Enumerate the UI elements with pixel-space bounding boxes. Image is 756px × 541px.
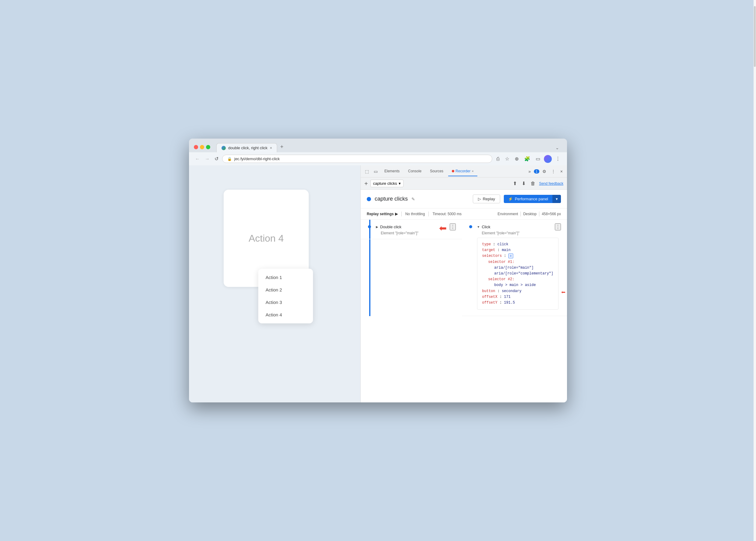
code-type-key: type	[482, 242, 491, 247]
chrome-menu-button[interactable]: ⋮	[554, 155, 562, 163]
browser-window: double click, right click × + ⌄ ← → ↺ 🔒 …	[189, 139, 567, 402]
menu-item-1[interactable]: Action 1	[258, 271, 313, 283]
action2-more-button[interactable]: ⋮	[555, 224, 561, 231]
code-target-line: target : main	[482, 248, 553, 253]
code-block: type : click target : main	[477, 238, 559, 310]
tab-recorder[interactable]: Recorder ×	[448, 167, 477, 176]
perf-panel-icon: ⚡	[508, 197, 513, 201]
webpage-preview: Action 4 Action 1 Action 2 Action 3 Acti…	[189, 165, 360, 402]
action2-title: Click	[482, 225, 490, 229]
tab-console[interactable]: Console	[404, 167, 425, 176]
sidebar-toggle[interactable]: ▭	[534, 155, 542, 163]
profile-avatar[interactable]	[544, 155, 552, 163]
close-traffic-light[interactable]	[194, 145, 198, 149]
timeline-container: ▶ Double click ⋮ Element "[role="main"]"…	[361, 220, 567, 316]
extension-button[interactable]: ⊕	[513, 155, 521, 163]
performance-panel-dropdown[interactable]: ▾	[553, 195, 561, 203]
code-button-line: button : secondary ⬅	[482, 288, 553, 294]
menu-item-2[interactable]: Action 2	[258, 283, 313, 296]
replay-settings-left: Replay settings ▶ No throttling Timeout:…	[367, 212, 498, 217]
devtools-more-button[interactable]: ⋮	[550, 168, 557, 175]
code-selector2-label: selector #2:	[488, 277, 515, 281]
reload-button[interactable]: ↺	[213, 155, 220, 163]
dropdown-menu: Action 1 Action 2 Action 3 Action 4	[258, 269, 313, 323]
code-offsetY-value: 191.5	[504, 300, 515, 305]
devtools-more-tabs: » 1 ⚙ ⋮ ×	[527, 168, 565, 175]
code-offsetX-key: offsetX	[482, 295, 498, 299]
new-tab-button[interactable]: +	[277, 142, 286, 152]
recorder-header: capture clicks ✎ ▷ Replay ⚡ Performance …	[361, 190, 567, 209]
maximize-traffic-light[interactable]	[206, 145, 210, 149]
code-offsetY-line: offsetY : 191.5	[482, 300, 553, 306]
nav-actions: ⎙ ☆ ⊕ 🧩 ▭ ⋮	[495, 155, 562, 163]
address-text: jec.fyi/demo/dbl-right-click	[234, 157, 487, 161]
code-offsetY-key: offsetY	[482, 300, 498, 305]
replay-play-icon: ▷	[478, 197, 481, 201]
more-tabs-button[interactable]: »	[527, 168, 533, 175]
recording-select-arrow: ▾	[399, 181, 401, 186]
address-bar[interactable]: 🔒 jec.fyi/demo/dbl-right-click	[222, 155, 492, 163]
chat-badge: 1	[534, 169, 539, 174]
replay-settings-label[interactable]: Replay settings ▶	[367, 212, 398, 216]
devtools-settings-button[interactable]: ⚙	[541, 168, 548, 175]
action-click: ▼ Click ⋮ Element "[role="main"]" type :	[462, 220, 567, 316]
bookmark-button[interactable]: ☆	[503, 155, 511, 163]
throttling-label: No throttling	[405, 212, 425, 216]
code-aria2-value: aria/[role="complementary"]	[494, 271, 553, 276]
add-recording-button[interactable]: +	[364, 181, 368, 187]
tab-close-button[interactable]: ×	[270, 146, 272, 150]
code-body-value: body > main > aside	[494, 283, 536, 287]
replay-settings-text: Replay settings	[367, 212, 394, 216]
minimize-traffic-light[interactable]	[200, 145, 204, 149]
action-dot-2	[469, 225, 472, 228]
upload-recording-button[interactable]: ⬆	[512, 179, 518, 188]
code-target-value: main	[502, 248, 511, 252]
menu-item-3[interactable]: Action 3	[258, 296, 313, 308]
edit-recording-name-button[interactable]: ✎	[411, 197, 415, 202]
recorder-toolbar: + capture clicks ▾ ⬆ ⬇ 🗑 Send feedback	[361, 178, 567, 190]
action2-subtitle: Element "[role="main"]"	[477, 231, 561, 235]
tab-recorder-close[interactable]: ×	[472, 169, 473, 173]
settings-divider-2	[428, 212, 429, 217]
menu-item-4[interactable]: Action 4	[258, 308, 313, 321]
window-maximize-icon[interactable]: ⌄	[553, 143, 562, 152]
send-feedback-link[interactable]: Send feedback	[539, 182, 564, 186]
delete-recording-button[interactable]: 🗑	[529, 180, 537, 188]
content-area: Action 4 Action 1 Action 2 Action 3 Acti…	[189, 165, 567, 402]
recording-active-dot	[367, 197, 371, 201]
code-body-line: body > main > aside	[482, 282, 553, 288]
code-offsetX-value: 171	[504, 295, 511, 299]
action1-more-button[interactable]: ⋮	[450, 224, 456, 231]
code-selector1-block: selector #1:	[482, 259, 553, 265]
code-type-line: type : click	[482, 242, 553, 248]
dimensions-label: 458×566 px	[542, 212, 561, 216]
share-button[interactable]: ⎙	[495, 155, 501, 163]
nav-bar: ← → ↺ 🔒 jec.fyi/demo/dbl-right-click ⎙ ☆…	[189, 152, 567, 165]
performance-panel-group: ⚡ Performance panel ▾	[504, 195, 561, 203]
tab-sources[interactable]: Sources	[426, 167, 447, 176]
recording-title: capture clicks	[375, 196, 408, 202]
forward-button[interactable]: →	[203, 155, 211, 163]
devtools-close-button[interactable]: ×	[559, 168, 565, 175]
back-button[interactable]: ←	[194, 155, 201, 163]
lock-icon: 🔒	[227, 157, 232, 161]
replay-button[interactable]: ▷ Replay	[473, 195, 500, 203]
code-offsetX-line: offsetX : 171	[482, 294, 553, 300]
code-target-key: target	[482, 248, 495, 252]
code-selector1-label: selector #1:	[488, 260, 515, 264]
code-aria2-line: aria/[role="complementary"]	[482, 271, 553, 276]
active-tab[interactable]: double click, right click ×	[216, 143, 277, 152]
action1-expand-icon[interactable]: ▶	[376, 225, 378, 229]
inspect-element-button[interactable]: ⬚	[363, 168, 371, 175]
replay-settings-right: Environment Desktop 458×566 px	[498, 212, 561, 217]
action2-expand-icon[interactable]: ▼	[477, 225, 480, 229]
device-toolbar-button[interactable]: ▭	[372, 168, 380, 175]
traffic-lights	[194, 145, 210, 149]
recording-select[interactable]: capture clicks ▾	[370, 180, 404, 187]
performance-panel-button[interactable]: ⚡ Performance panel	[504, 195, 553, 203]
download-recording-button[interactable]: ⬇	[521, 179, 527, 188]
puzzle-icon[interactable]: 🧩	[522, 155, 532, 163]
tab-elements[interactable]: Elements	[381, 167, 403, 176]
replay-settings-bar: Replay settings ▶ No throttling Timeout:…	[361, 209, 567, 220]
code-button-key: button	[482, 289, 495, 293]
